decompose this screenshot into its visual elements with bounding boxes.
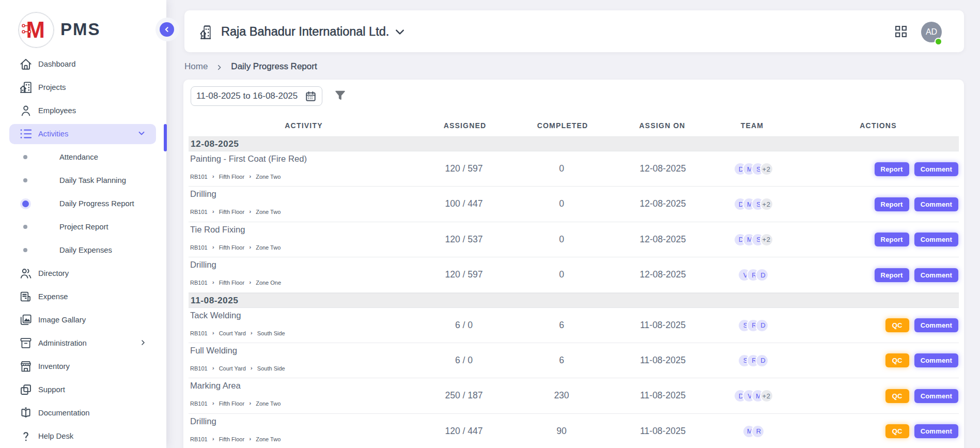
svg-text:M: M <box>26 17 45 42</box>
